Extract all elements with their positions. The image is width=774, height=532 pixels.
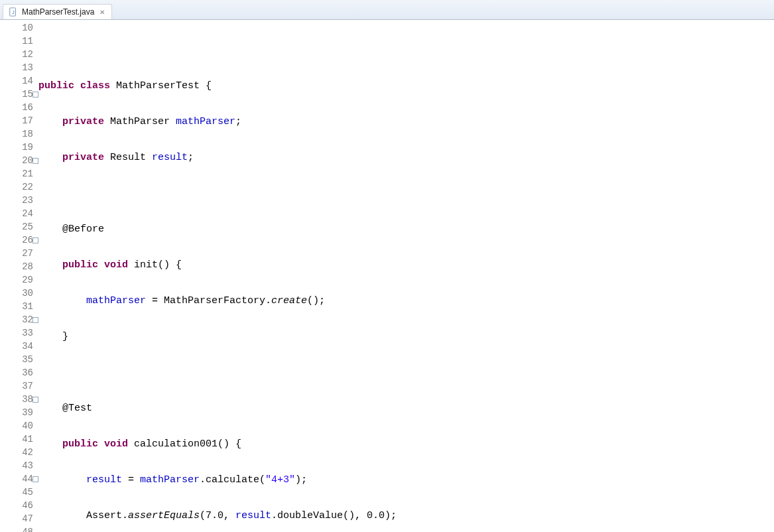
editor-tab-bar: J MathParserTest.java ✕ [0, 0, 774, 20]
line-number: 35 [0, 353, 38, 366]
line-number: 46 [0, 499, 38, 512]
line-number: 19 [0, 141, 38, 154]
line-number-fold[interactable]: 38 [0, 393, 38, 406]
line-number: 39 [0, 406, 38, 419]
line-number: 21 [0, 167, 38, 180]
line-number: 43 [0, 459, 38, 472]
code-line[interactable]: } [38, 330, 774, 344]
line-number: 41 [0, 432, 38, 446]
line-number: 25 [0, 220, 38, 233]
line-number: 17 [0, 114, 38, 127]
line-number-fold[interactable]: 20 [0, 154, 38, 167]
code-line[interactable]: mathParser = MathParserFactory.create(); [38, 295, 774, 308]
line-number-fold[interactable]: 44 [0, 472, 38, 486]
line-number-gutter: 10 11 12 13 14 15 16 17 18 19 20 21 22 2… [0, 20, 38, 532]
line-number: 12 [0, 48, 38, 61]
line-number: 10 [0, 21, 38, 34]
code-line[interactable]: public void init() { [38, 259, 774, 272]
tab-filename: MathParserTest.java [22, 7, 94, 17]
editor-tab-active[interactable]: J MathParserTest.java ✕ [3, 4, 112, 19]
line-number: 11 [0, 34, 38, 48]
code-line[interactable] [38, 44, 774, 57]
code-line[interactable]: @Before [38, 223, 774, 236]
line-number: 34 [0, 340, 38, 353]
line-number: 28 [0, 260, 38, 273]
code-line[interactable]: private MathParser mathParser; [38, 115, 774, 129]
line-number: 23 [0, 194, 38, 207]
code-line[interactable] [38, 366, 774, 379]
line-number: 47 [0, 512, 38, 525]
line-number: 24 [0, 207, 38, 220]
line-number: 29 [0, 273, 38, 287]
line-number: 40 [0, 419, 38, 432]
code-line[interactable]: @Test [38, 402, 774, 415]
java-file-icon: J [9, 7, 18, 17]
line-number: 13 [0, 61, 38, 74]
line-number: 36 [0, 366, 38, 379]
line-number-fold[interactable]: 26 [0, 233, 38, 247]
tab-close-button[interactable]: ✕ [98, 9, 106, 16]
line-number: 27 [0, 247, 38, 260]
code-line[interactable]: result = mathParser.calculate("4+3"); [38, 474, 774, 487]
line-number: 45 [0, 486, 38, 499]
code-line[interactable]: private Result result; [38, 151, 774, 165]
line-number: 37 [0, 379, 38, 393]
line-number: 30 [0, 287, 38, 300]
line-number-fold[interactable]: 15 [0, 88, 38, 101]
line-number: 16 [0, 101, 38, 114]
code-line[interactable]: public class MathParserTest { [38, 80, 774, 93]
code-line[interactable]: public void calculation001() { [38, 438, 774, 451]
line-number-fold[interactable]: 32 [0, 313, 38, 326]
line-number: 33 [0, 326, 38, 340]
line-number: 48 [0, 525, 38, 532]
code-text-area[interactable]: public class MathParserTest { private Ma… [38, 20, 774, 532]
line-number: 14 [0, 74, 38, 88]
svg-text:J: J [12, 10, 15, 15]
line-number: 22 [0, 180, 38, 194]
line-number: 31 [0, 300, 38, 313]
line-number: 42 [0, 446, 38, 459]
line-number: 18 [0, 127, 38, 141]
code-line[interactable]: Assert.assertEquals(7.0, result.doubleVa… [38, 509, 774, 523]
editor-area: 10 11 12 13 14 15 16 17 18 19 20 21 22 2… [0, 20, 774, 532]
code-line[interactable] [38, 187, 774, 200]
